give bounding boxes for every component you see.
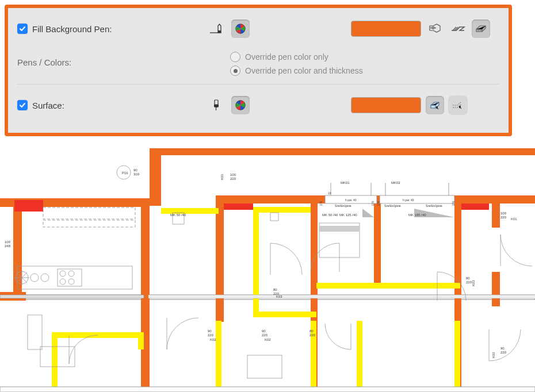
svg-rect-2 [215,100,218,105]
svg-rect-70 [28,315,42,349]
svg-rect-27 [316,283,460,289]
svg-point-51 [30,274,39,282]
label-szell-b: Szellőzőjárat [384,204,401,207]
pens-colors-row: Pens / Colors: Override pen color only O… [17,52,499,76]
svg-point-52 [41,274,49,282]
pen-icon [207,20,226,38]
label-hpar-a: h par. 40 [345,198,357,202]
pens-colors-label: Pens / Colors: [17,57,71,67]
dim-100-248: 100248 [5,240,11,248]
svg-rect-5 [459,106,461,108]
label-mk125-40: MK 125 /40 [339,213,357,217]
svg-rect-40 [17,266,132,289]
svg-rect-24 [253,207,311,213]
svg-rect-22 [492,272,500,306]
label-mk50-40b: MK 50 /40 [322,213,338,217]
label-170a: 170 [319,201,323,206]
svg-point-42 [60,271,66,276]
svg-rect-30 [52,332,58,392]
fill-background-color-swatch[interactable] [351,21,421,37]
dim-100-220: 100220 [230,173,236,180]
svg-rect-36 [148,295,535,298]
surface-apply-2-button[interactable] [449,96,467,114]
label-szell-c: Szellőzőjárat [426,204,442,207]
surface-color-swatch[interactable] [351,97,421,113]
surface-label: Surface: [32,101,64,110]
label-k03: K03 [276,295,282,298]
fill-background-row: Fill Background Pen: [17,18,499,39]
radio-label: Override pen color and thickness [245,66,363,75]
label-hpar-b: h par. 40 [403,198,414,202]
dim-100-220b: 100220 [500,212,507,219]
dim-90-220d: 90220 [500,347,507,354]
label-mk01: MK01 [341,181,350,185]
radio-override-color-thickness[interactable]: Override pen color and thickness [230,66,363,76]
surface-apply-1-button[interactable] [426,96,444,114]
pens-colors-radio-group: Override pen color only Override pen col… [230,52,363,76]
svg-rect-13 [14,200,43,212]
dim-90-310: 90310 [133,168,140,176]
svg-rect-62 [380,195,454,203]
svg-rect-68 [319,226,360,232]
svg-rect-28 [216,321,221,392]
svg-rect-31 [138,332,144,349]
paintbrush-icon [207,96,226,114]
svg-rect-21 [492,195,500,228]
label-k02: K02 [210,338,216,341]
fill-background-label: Fill Background Pen: [32,24,112,34]
label-19: 19 [328,191,331,195]
surface-color-wheel-button[interactable] [231,96,250,114]
label-szell-a: Szellőzőjárat [335,204,351,207]
color-wheel-button[interactable] [231,20,250,38]
svg-point-43 [68,271,74,276]
svg-rect-19 [374,203,381,284]
svg-rect-17 [216,195,224,322]
surface-checkbox[interactable] [17,100,28,110]
svg-rect-39 [0,387,535,392]
svg-point-45 [68,279,74,285]
svg-rect-25 [253,207,259,316]
svg-rect-75 [270,213,278,221]
floor-plan-viewport[interactable]: .orange { fill:#ed6a1e; } .wall { stroke… [0,148,535,392]
dim-90-220b: 90220 [208,329,214,337]
radio-label: Override pen color only [245,52,328,62]
svg-rect-26 [253,312,316,317]
hatch-pattern-2-icon[interactable] [449,20,467,38]
svg-rect-8 [150,148,161,206]
svg-rect-7 [150,148,535,155]
radio-icon [230,66,240,76]
label-k02c: K02 [492,352,495,358]
divider [17,84,499,84]
svg-rect-4 [436,106,438,109]
label-mk50-40: MK 50 /40 [170,213,186,217]
svg-rect-73 [247,355,282,378]
label-170c: 170 [377,201,380,206]
label-170b: 170 [371,201,375,206]
radio-icon [230,52,240,62]
svg-rect-33 [357,321,362,392]
label-mk185-40: MK 185 /40 [408,213,426,217]
fill-background-checkbox[interactable] [17,24,28,34]
hatch-pattern-3-button[interactable] [472,20,490,38]
label-k02b: K02 [265,338,271,341]
label-k01b: K01 [511,217,517,221]
svg-rect-23 [161,208,219,214]
override-settings-panel: Fill Background Pen: [5,5,512,136]
hatch-pattern-1-icon[interactable] [426,20,444,38]
label-170d: 170 [452,201,455,206]
label-k03b: K03 [472,280,475,286]
svg-rect-35 [0,295,144,298]
svg-point-44 [60,279,66,285]
label-k01: K01 [220,174,224,180]
dim-90-220c: 90220 [262,329,268,337]
svg-rect-34 [454,321,460,392]
label-mk02: MK02 [391,181,400,185]
label-p16: P16 [122,171,128,175]
surface-row: Surface: [17,95,499,116]
svg-rect-38 [43,220,135,227]
svg-rect-37 [43,207,135,219]
radio-override-color-only[interactable]: Override pen color only [230,52,363,62]
svg-marker-71 [362,209,374,217]
svg-rect-0 [218,30,221,33]
